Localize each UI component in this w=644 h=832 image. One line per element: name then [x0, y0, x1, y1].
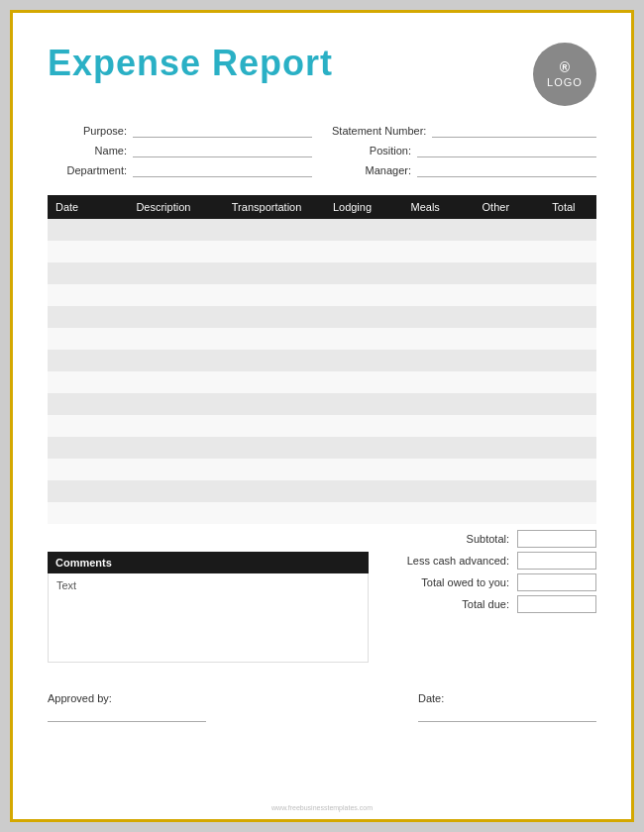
total-due-field[interactable] [517, 595, 596, 613]
table-cell[interactable] [314, 262, 389, 284]
table-cell[interactable] [48, 415, 108, 437]
table-cell[interactable] [108, 219, 219, 241]
table-cell[interactable] [390, 306, 461, 328]
table-cell[interactable] [531, 306, 596, 328]
table-cell[interactable] [108, 284, 219, 306]
table-cell[interactable] [314, 306, 389, 328]
table-cell[interactable] [461, 371, 531, 393]
approved-by-field[interactable] [48, 708, 206, 722]
table-cell[interactable] [390, 393, 461, 415]
table-cell[interactable] [219, 502, 315, 524]
table-cell[interactable] [531, 219, 596, 241]
table-cell[interactable] [461, 437, 531, 459]
table-cell[interactable] [461, 241, 531, 262]
table-cell[interactable] [531, 437, 596, 459]
table-cell[interactable] [461, 480, 531, 502]
table-cell[interactable] [531, 241, 596, 262]
table-cell[interactable] [461, 328, 531, 350]
table-cell[interactable] [390, 350, 461, 371]
table-cell[interactable] [219, 393, 315, 415]
table-row[interactable] [48, 437, 596, 459]
table-cell[interactable] [48, 219, 108, 241]
table-cell[interactable] [314, 350, 389, 371]
table-cell[interactable] [314, 219, 389, 241]
table-cell[interactable] [531, 350, 596, 371]
table-cell[interactable] [108, 371, 219, 393]
table-cell[interactable] [390, 437, 461, 459]
table-cell[interactable] [219, 219, 315, 241]
table-row[interactable] [48, 350, 596, 371]
table-cell[interactable] [314, 328, 389, 350]
table-cell[interactable] [390, 371, 461, 393]
table-cell[interactable] [219, 328, 315, 350]
table-cell[interactable] [390, 262, 461, 284]
table-cell[interactable] [390, 415, 461, 437]
table-cell[interactable] [390, 502, 461, 524]
purpose-field[interactable] [133, 124, 312, 138]
table-cell[interactable] [461, 459, 531, 480]
table-cell[interactable] [48, 306, 108, 328]
table-row[interactable] [48, 502, 596, 524]
table-cell[interactable] [314, 480, 389, 502]
table-cell[interactable] [48, 502, 108, 524]
table-cell[interactable] [48, 328, 108, 350]
table-cell[interactable] [314, 241, 389, 262]
table-cell[interactable] [219, 306, 315, 328]
table-cell[interactable] [314, 437, 389, 459]
table-cell[interactable] [219, 284, 315, 306]
total-owed-field[interactable] [517, 573, 596, 591]
table-cell[interactable] [108, 480, 219, 502]
table-cell[interactable] [48, 284, 108, 306]
table-cell[interactable] [461, 219, 531, 241]
table-cell[interactable] [48, 371, 108, 393]
table-cell[interactable] [219, 350, 315, 371]
table-cell[interactable] [390, 480, 461, 502]
table-row[interactable] [48, 459, 596, 480]
department-field[interactable] [133, 163, 312, 177]
table-cell[interactable] [390, 241, 461, 262]
manager-field[interactable] [417, 163, 596, 177]
table-cell[interactable] [219, 371, 315, 393]
comments-body[interactable]: Text [48, 573, 369, 663]
table-cell[interactable] [108, 350, 219, 371]
table-row[interactable] [48, 241, 596, 262]
table-cell[interactable] [390, 459, 461, 480]
table-cell[interactable] [108, 437, 219, 459]
table-cell[interactable] [48, 241, 108, 262]
table-cell[interactable] [461, 306, 531, 328]
table-cell[interactable] [531, 262, 596, 284]
table-cell[interactable] [219, 262, 315, 284]
table-cell[interactable] [48, 350, 108, 371]
position-field[interactable] [417, 144, 596, 157]
statement-field[interactable] [432, 124, 596, 138]
table-cell[interactable] [108, 393, 219, 415]
table-cell[interactable] [531, 502, 596, 524]
table-row[interactable] [48, 306, 596, 328]
table-cell[interactable] [531, 284, 596, 306]
table-row[interactable] [48, 415, 596, 437]
table-cell[interactable] [461, 502, 531, 524]
table-cell[interactable] [108, 328, 219, 350]
table-cell[interactable] [314, 459, 389, 480]
table-cell[interactable] [314, 371, 389, 393]
table-cell[interactable] [461, 415, 531, 437]
table-row[interactable] [48, 262, 596, 284]
subtotal-field[interactable] [517, 530, 596, 548]
table-row[interactable] [48, 219, 596, 241]
table-row[interactable] [48, 480, 596, 502]
table-cell[interactable] [48, 459, 108, 480]
table-cell[interactable] [461, 284, 531, 306]
table-cell[interactable] [219, 480, 315, 502]
table-cell[interactable] [48, 262, 108, 284]
table-cell[interactable] [531, 371, 596, 393]
table-cell[interactable] [390, 284, 461, 306]
table-cell[interactable] [219, 241, 315, 262]
table-cell[interactable] [531, 415, 596, 437]
table-cell[interactable] [48, 393, 108, 415]
table-cell[interactable] [531, 328, 596, 350]
table-cell[interactable] [461, 262, 531, 284]
table-cell[interactable] [531, 459, 596, 480]
table-row[interactable] [48, 371, 596, 393]
table-cell[interactable] [314, 415, 389, 437]
table-cell[interactable] [48, 437, 108, 459]
